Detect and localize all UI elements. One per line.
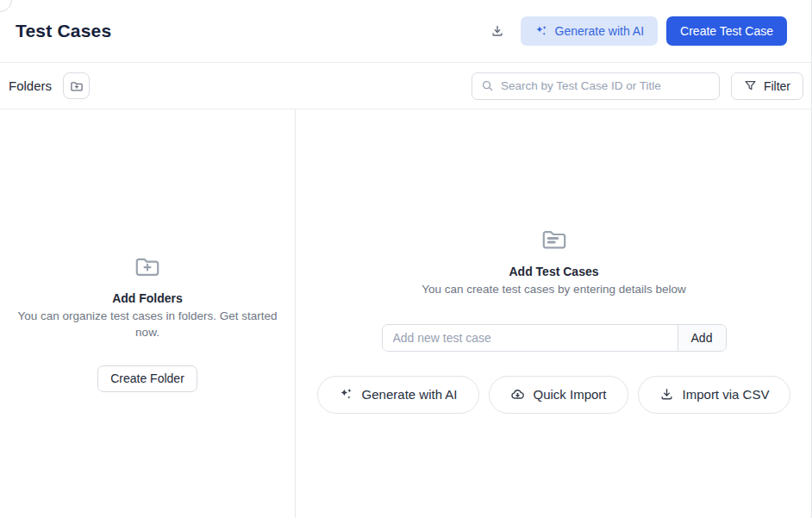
create-test-case-button[interactable]: Create Test Case xyxy=(666,16,787,46)
folders-panel: Add Folders You can organize test cases … xyxy=(0,109,296,518)
import-actions-row: Generate with AI Quick Import xyxy=(317,376,791,414)
folder-plus-icon xyxy=(70,79,84,93)
cloud-import-icon xyxy=(510,387,525,402)
import-via-csv-button[interactable]: Import via CSV xyxy=(638,376,791,414)
folder-plus-icon xyxy=(134,253,161,280)
sparkles-icon xyxy=(534,24,548,38)
add-button-label: Add xyxy=(691,331,713,345)
generate-with-ai-pill-label: Generate with AI xyxy=(362,387,458,402)
header: Test Cases Generate with AI Create Test … xyxy=(0,0,812,63)
export-download-button[interactable] xyxy=(483,16,512,46)
sparkles-icon xyxy=(339,387,353,402)
folders-label: Folders xyxy=(9,78,52,93)
generate-with-ai-button[interactable]: Generate with AI xyxy=(317,376,479,414)
toolbar: Folders Filter xyxy=(0,63,812,109)
create-folder-button[interactable]: Create Folder xyxy=(97,365,197,392)
filter-funnel-icon xyxy=(744,79,757,92)
add-folders-description: You can organize test cases in folders. … xyxy=(10,309,284,341)
quick-import-label: Quick Import xyxy=(534,387,607,402)
folder-list-icon xyxy=(540,226,568,253)
filter-label: Filter xyxy=(764,79,790,93)
toolbar-right: Filter xyxy=(472,72,803,100)
search-icon xyxy=(481,79,494,92)
download-icon xyxy=(490,24,504,38)
add-test-cases-description: You can create test cases by entering de… xyxy=(422,282,685,298)
create-folder-label: Create Folder xyxy=(110,371,184,385)
import-via-csv-label: Import via CSV xyxy=(683,387,770,402)
page-title: Test Cases xyxy=(16,21,111,41)
download-icon xyxy=(659,387,674,402)
folders-group: Folders xyxy=(9,72,90,99)
filter-button[interactable]: Filter xyxy=(731,72,803,100)
main-content: Add Folders You can organize test cases … xyxy=(0,109,812,518)
add-test-case-row: Add xyxy=(382,324,727,352)
generate-with-ai-label: Generate with AI xyxy=(555,24,645,38)
create-test-case-label: Create Test Case xyxy=(680,24,773,38)
add-folders-title: Add Folders xyxy=(112,291,183,305)
test-cases-panel: Add Test Cases You can create test cases… xyxy=(296,109,812,518)
add-test-cases-title: Add Test Cases xyxy=(509,265,599,278)
add-test-case-button[interactable]: Add xyxy=(678,325,726,351)
search-box xyxy=(472,72,720,100)
quick-import-button[interactable]: Quick Import xyxy=(489,376,628,414)
add-test-case-input[interactable] xyxy=(383,325,678,351)
header-actions: Generate with AI Create Test Case xyxy=(483,16,787,46)
create-folder-icon-button[interactable] xyxy=(63,72,90,99)
generate-with-ai-button-header[interactable]: Generate with AI xyxy=(521,16,659,46)
search-input[interactable] xyxy=(501,79,710,92)
